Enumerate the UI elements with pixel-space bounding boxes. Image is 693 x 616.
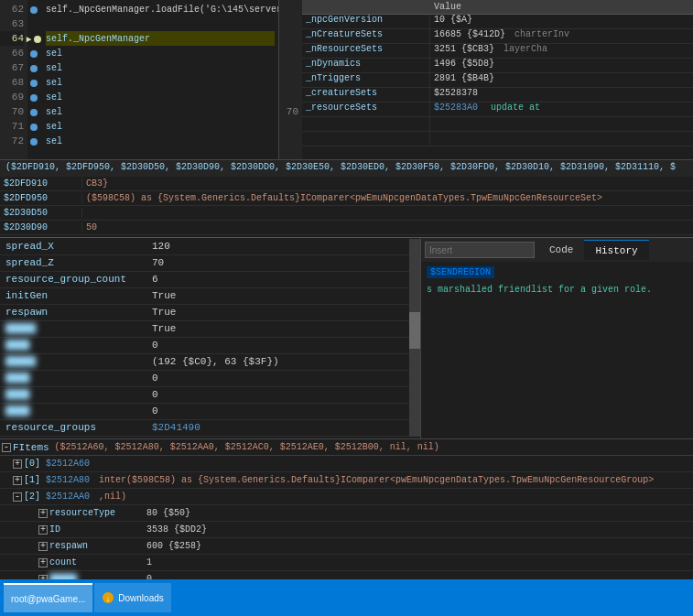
watch-value: CB3} <box>82 178 112 189</box>
fitems-sub-value: 1 <box>146 557 152 567</box>
table-row <box>302 117 693 132</box>
table-row: _resourceSets $25283A0 update at <box>302 103 693 117</box>
breakpoint-dots: ► <box>27 0 42 159</box>
fitems-item-1-extra: inter($598C58) as {System.Generics.Defau… <box>99 475 654 485</box>
breakpoint-dot <box>30 109 38 116</box>
local-name-blurred: ████ <box>0 403 146 419</box>
local-value-blurred: 0 <box>146 403 420 419</box>
breakpoint-dot-yellow <box>34 36 41 43</box>
table-row: initGen True <box>0 287 420 304</box>
left-code-panel: 62 63 64 66 67 68 69 70 71 72 ► <box>0 0 279 159</box>
var-name: _nResourceSets <box>302 44 430 58</box>
fitems-sub-value: 80 {$50} <box>146 508 190 518</box>
var-name: _creatureSets <box>302 88 430 102</box>
watch-row: $2DFD950 ($598C58) as {System.Generics.D… <box>0 191 693 206</box>
watch-name: $2D30D90 <box>0 222 82 232</box>
taskbar-btn-0[interactable]: root@pwaGame... <box>4 583 92 612</box>
fitems-row-0: + [0] $2512A60 <box>0 456 693 472</box>
code-text-64: self._NpcGenManager <box>46 34 150 44</box>
watch-value: ($598C58) as {System.Generics.Defaults}I… <box>82 193 606 203</box>
fitems-header-value: ($2512A60, $2512A80, $2512AA0, $2512AC0,… <box>55 442 439 452</box>
fitems-sub-name: respawn <box>49 541 141 551</box>
breakpoint-dot <box>30 124 38 131</box>
table-row: _nResourceSets 3251 {$CB3} layerCha <box>302 44 693 59</box>
fitems-sub-expand[interactable]: + <box>38 558 48 567</box>
tab-code[interactable]: Code <box>538 240 584 260</box>
scrollbar-thumb[interactable] <box>409 312 420 349</box>
fitems-sub-expand[interactable]: + <box>38 542 48 551</box>
search-input[interactable] <box>425 242 535 258</box>
local-value: $2D41490 <box>146 419 420 436</box>
local-name-blurred: █████ <box>0 320 146 337</box>
middle-area: spread_X 120 spread_Z 70 resource_group_… <box>0 238 693 439</box>
local-value: 6 <box>146 271 420 287</box>
breakpoint-dot <box>30 65 38 72</box>
var-name: _nDynamics <box>302 59 430 72</box>
var-value <box>430 117 693 131</box>
table-row: resource_groups $2D41490 <box>0 419 420 436</box>
local-name: spread_X <box>0 238 146 254</box>
watch-name: $2D30D50 <box>0 208 82 218</box>
table-row <box>302 132 693 146</box>
fitems-sub-value: 3538 {$DD2} <box>146 524 207 535</box>
var-name: _npcGenVersion <box>302 15 430 28</box>
watch-rows: $2DFD910 CB3} $2DFD950 ($598C58) as {Sys… <box>0 177 693 238</box>
fitems-item-2-expand[interactable]: - <box>13 492 22 502</box>
watch-scroll: ($2DFD910, $2DFD950, $2D30D50, $2D30D90,… <box>0 160 693 177</box>
watch-name: $2DFD910 <box>0 178 82 189</box>
header-value: Value <box>430 2 465 12</box>
breakpoint-dot <box>30 138 38 146</box>
local-name-blurred: ████ <box>0 337 146 353</box>
fitems-item-0-expand[interactable]: + <box>13 459 22 469</box>
code-text-71: sel <box>46 122 62 132</box>
local-name-blurred: ████ <box>0 370 146 386</box>
fitems-sub-name: count <box>49 557 141 567</box>
breakpoint-dot <box>30 50 38 58</box>
locals-panel: spread_X 120 spread_Z 70 resource_group_… <box>0 238 421 438</box>
fitems-sub-value: 600 {$258} <box>146 541 201 551</box>
table-row: ████ 0 <box>0 337 420 353</box>
fitems-item-1-expand[interactable]: + <box>13 476 22 485</box>
fitems-item-0-value: $2512A60 <box>46 459 90 469</box>
table-row: _nTriggers 2891 {$B4B} <box>302 73 693 88</box>
fitems-subrow-resourcetype: + resourceType 80 {$50} <box>0 505 693 522</box>
code-region-marker: $SENDREGION <box>427 265 688 279</box>
line-numbers: 62 63 64 66 67 68 69 70 71 72 <box>0 0 27 159</box>
fitems-sub-name: resourceType <box>49 508 141 518</box>
local-value: True <box>146 304 420 320</box>
breakpoint-dot <box>30 6 38 14</box>
local-name: resource_group_count <box>0 271 146 287</box>
scrollbar-vertical[interactable] <box>409 239 420 437</box>
fitems-sub-expand[interactable]: + <box>38 525 48 535</box>
watch-table-area: ($2DFD910, $2DFD950, $2D30D50, $2D30D90,… <box>0 160 693 238</box>
breakpoint-dot <box>30 94 38 102</box>
table-row: _nCreatureSets 16685 {$412D} charterInv <box>302 29 693 44</box>
right-panel: Code History $SENDREGION s marshalled fr… <box>421 238 693 438</box>
var-name <box>302 132 430 146</box>
taskbar-btn-0-label: root@pwaGame... <box>11 594 85 604</box>
locals-table: spread_X 120 spread_Z 70 resource_group_… <box>0 238 420 437</box>
table-row: _npcGenVersion 10 {$A} <box>302 15 693 29</box>
variable-table-right: Value _npcGenVersion 10 {$A} _nCreatureS… <box>302 0 693 159</box>
table-row: ████ 0 <box>0 370 420 386</box>
tab-history[interactable]: History <box>584 240 648 260</box>
taskbar-btn-1[interactable]: ↓ Downloads <box>94 583 170 612</box>
fitems-collapse-icon[interactable]: - <box>2 443 11 452</box>
table-row: █████ True <box>0 320 420 337</box>
table-row: ████ 0 <box>0 403 420 419</box>
fitems-item-1-value: $2512A80 inter($598C58) as {System.Gener… <box>46 475 654 485</box>
watch-row: $2D30D90 50 <box>0 221 693 235</box>
right-panel-content: $SENDREGION s marshalled friendlist for … <box>421 262 693 298</box>
fitems-item-2-value: $2512AA0 ,nil) <box>46 492 126 502</box>
sendregion-marker: $SENDREGION <box>427 266 494 278</box>
fitems-sub-expand[interactable]: + <box>38 509 48 518</box>
table-row: ████ 0 <box>0 386 420 403</box>
var-name: _nCreatureSets <box>302 29 430 43</box>
var-value: 3251 {$CB3} layerCha <box>430 44 693 58</box>
tab-bar: Code History <box>538 240 649 260</box>
var-value: $2528378 <box>430 88 693 102</box>
fitems-area: - FItems ($2512A60, $2512A80, $2512AA0, … <box>0 439 693 595</box>
local-name-blurred: ████ <box>0 386 146 403</box>
table-row: _nDynamics 1496 {$5D8} <box>302 59 693 73</box>
var-value: 16685 {$412D} charterInv <box>430 29 693 43</box>
